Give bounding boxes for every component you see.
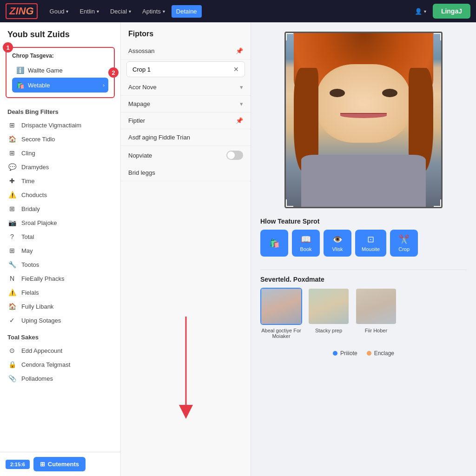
action-btn-bag[interactable]: 🛍️ [260,230,288,257]
sales-label-2: Polladomes [21,375,53,382]
action-btn-mouoite[interactable]: ⊡ Mouoite [355,230,386,257]
legend-item-priiiote: Priiiote [333,350,357,357]
action-btn-crop[interactable]: ✂️ Crop [390,230,418,257]
nav-label-entlin: Entlin [79,8,95,15]
nav-item-entlin[interactable]: Entlin ▾ [75,5,104,18]
cutements-button[interactable]: ⊞ Cutements [33,457,86,471]
photo-area [260,32,467,208]
sidebar-filter-item-10[interactable]: 🔧 Tootos [0,258,120,271]
action-btn-label-mouoite: Mouoite [362,246,380,252]
panel-item-label-assossan: Assossan [128,47,154,54]
sidebar-header: Youb sult Zuids [0,22,120,43]
panel-item-label-acornove: Acor Nove [128,84,157,91]
filter-icon-8: ? [7,233,17,240]
corner-handle-tl[interactable] [286,33,293,40]
user-menu[interactable]: 👤 ▾ [410,5,431,18]
gallery-item-0[interactable]: Abeal goctiye For Moiaker [260,288,302,339]
filter-label-6: Bridaly [21,205,40,212]
divider [260,270,467,270]
legend-item-enclage: Enclage [367,350,394,357]
sidebar-item-edd[interactable]: ⊙ Edd Appecount [0,344,120,357]
svg-marker-1 [179,405,193,419]
sidebar-filter-item-8[interactable]: ? Total [0,230,120,244]
sidebar-filter-item-4[interactable]: ✚ Time [0,174,120,188]
filter-icon-13: 🏠 [7,303,17,310]
filter-icon-7: 📷 [7,219,17,226]
panel-item-label-nopviate: Nopviate [128,152,152,159]
panel-item-asdf[interactable]: Asdf aging Fiddle Trian [121,129,251,146]
pin-icon: 📌 [236,47,243,54]
chevron-down-icon: ▾ [97,9,99,14]
sidebar-filter-item-3[interactable]: 💬 Dramydes [0,160,120,174]
legend-label-enclage: Enclage [374,350,394,357]
book-icon: 📖 [301,234,311,245]
sidebar-filter-item-14[interactable]: ✓ Uping Sotages [0,313,120,327]
sidebar-filter-item-12[interactable]: ⚠️ Fielals [0,285,120,299]
filter-label-5: Choducts [21,192,47,198]
legend-label-priiiote: Priiiote [340,350,357,357]
filter-icon-6: ⊞ [7,205,17,212]
sidebar-filter-item-5[interactable]: ⚠️ Choducts [0,188,120,202]
nopviate-toggle[interactable] [226,151,243,160]
panel-item-nopviate: Nopviate [121,146,251,165]
sidebar-filter-item-11[interactable]: N FieEally Phacks [0,271,120,285]
panel-item-fiptler[interactable]: Fiptler 📌 [121,112,251,129]
panel-title: Fiptors [121,22,251,43]
panel-item-bridleggs[interactable]: Brid leggs [121,165,251,181]
sidebar-filter-item-0[interactable]: ⊞ Drispacte Vigmactiaim [0,118,120,132]
filter-label-9: May [21,247,33,254]
filter-icon-4: ✚ [7,177,17,185]
sales-label-0: Edd Appecount [21,347,62,354]
corner-handle-br[interactable] [434,199,441,207]
sidebar-filter-item-7[interactable]: 📷 Sroal Plajoke [0,216,120,230]
gallery-thumb-inner-0 [261,289,301,324]
panel-item-crop1[interactable]: Crop 1 ✕ [126,61,245,77]
legend-dot-enclage [367,351,371,356]
sidebar-item-wallte-game[interactable]: ℹ️ Wallte Game [12,63,108,78]
chevron-down-icon: ▾ [240,100,243,107]
sidebar-filter-item-1[interactable]: 🏠 Secore Tidlo [0,132,120,146]
action-section-title: Hlow Teature Sprot [260,218,467,225]
login-button[interactable]: LingaJ [433,4,470,19]
close-icon[interactable]: ✕ [233,66,239,73]
sidebar-filter-item-2[interactable]: ⊞ Cling [0,146,120,160]
sidebar-filter-item-6[interactable]: ⊞ Bridaly [0,202,120,216]
chevron-down-icon: ▾ [66,9,68,14]
filter-icon-2: ⊞ [7,149,17,157]
nav-label-aptints: Aptints [142,8,161,15]
circle-icon: ⊙ [7,347,17,354]
user-icon: 👤 [415,8,422,15]
chevron-down-icon: ▾ [163,9,165,14]
sidebar-item-polladomes[interactable]: 📎 Polladomes [0,371,120,385]
sidebar-filter-item-13[interactable]: 🏠 Fully Libank [0,299,120,313]
filter-label-14: Uping Sotages [21,317,61,324]
paperclip-icon: 📎 [7,375,17,382]
corner-handle-tr[interactable] [434,33,441,40]
sidebar-filter-list: ⊞ Drispacte Vigmactiaim 🏠 Secore Tidlo ⊞… [0,118,120,327]
gallery-item-1[interactable]: Stacky prep [308,288,350,339]
nav-item-goud[interactable]: Goud ▾ [45,5,73,18]
sidebar: Youb sult Zuids 1 Chrop Tasgeva: ℹ️ Wall… [0,22,121,476]
nav-item-aptints[interactable]: Aptints ▾ [138,5,170,18]
panel-item-mapage[interactable]: Mapage ▾ [121,96,251,112]
sidebar-item-wetable[interactable]: 🛍️ Wetable › [12,78,108,93]
corner-handle-bl[interactable] [286,199,293,207]
panel-item-assossan[interactable]: Assossan 📌 [121,43,251,60]
action-btn-book[interactable]: 📖 Book [292,230,320,257]
cutements-label: Cutements [48,461,79,468]
panel-item-acornove[interactable]: Acor Nove ▾ [121,79,251,96]
action-btn-label-book: Book [300,246,311,252]
chevron-right-icon: › [103,82,105,88]
nav-item-decial[interactable]: Decial ▾ [106,5,136,18]
nav-item-detaine[interactable]: Detaine [172,5,202,18]
filter-label-2: Cling [21,150,35,157]
nav-label-decial: Decial [110,8,127,15]
action-btn-vlisk[interactable]: 👁️ Vlisk [324,230,351,257]
right-panel: Hlow Teature Sprot 🛍️ 📖 Book 👁️ Vlisk ⊡ … [251,22,476,476]
filter-icon-1: 🏠 [7,135,17,143]
filter-icon-12: ⚠️ [7,289,17,296]
panel-item-label-fiptler: Fiptler [128,117,145,124]
gallery-item-2[interactable]: Fiir Hober [355,288,397,339]
sidebar-item-cendora[interactable]: 🔒 Cendora Telgmast [0,357,120,371]
sidebar-filter-item-9[interactable]: ⊞ May [0,244,120,258]
